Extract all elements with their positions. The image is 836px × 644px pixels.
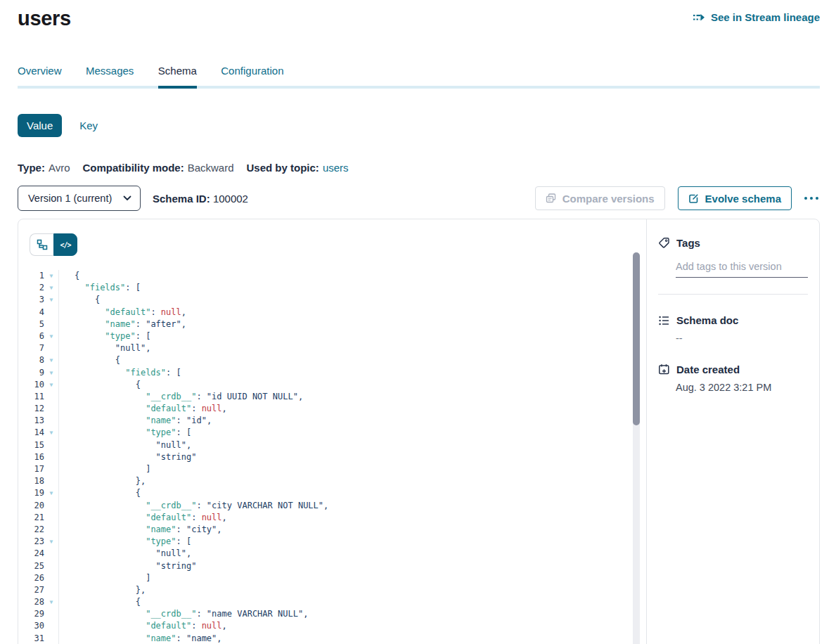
fold-spacer bbox=[44, 391, 59, 403]
line-number: 6 bbox=[18, 330, 44, 342]
fold-toggle-icon[interactable]: ▼ bbox=[44, 427, 59, 439]
fold-spacer bbox=[44, 307, 59, 318]
line-number: 16 bbox=[18, 451, 44, 463]
compare-versions-label: Compare versions bbox=[562, 193, 655, 205]
code-line: 10▼ { bbox=[18, 379, 646, 391]
code-text: ] bbox=[59, 572, 150, 584]
code-line: 24 "null", bbox=[18, 548, 646, 560]
code-line: 1▼{ bbox=[18, 270, 646, 282]
code-line: 2▼ "fields": [ bbox=[18, 282, 646, 294]
line-number: 20 bbox=[18, 500, 44, 512]
fold-spacer bbox=[44, 342, 59, 354]
value-key-toggle: Value Key bbox=[18, 114, 820, 137]
fold-toggle-icon[interactable]: ▼ bbox=[44, 379, 59, 391]
page: users See in Stream lineage Overview Mes… bbox=[0, 0, 836, 211]
code-line: 4 "default": null, bbox=[18, 307, 646, 318]
schema-id: Schema ID: 100002 bbox=[153, 193, 248, 205]
date-created-value: Aug. 3 2022 3:21 PM bbox=[676, 382, 808, 393]
schema-code-editor: </> 1▼{2▼ "fields": [3▼ {4 "default": nu… bbox=[18, 219, 646, 644]
fold-spacer bbox=[44, 560, 59, 572]
code-text: "name": "id", bbox=[59, 415, 212, 427]
tab-overview[interactable]: Overview bbox=[18, 65, 62, 86]
fold-spacer bbox=[44, 572, 59, 584]
fold-spacer bbox=[44, 584, 59, 596]
meta-compat-label: Compatibility mode: bbox=[82, 162, 184, 174]
tab-configuration[interactable]: Configuration bbox=[221, 65, 283, 86]
sidebar-divider bbox=[658, 294, 808, 295]
evolve-schema-button[interactable]: Evolve schema bbox=[678, 186, 792, 210]
code-line: 26 ] bbox=[18, 572, 646, 584]
code-line: 20 "__crdb__": "city VARCHAR NOT NULL", bbox=[18, 500, 646, 512]
page-header: users See in Stream lineage bbox=[18, 6, 820, 30]
fold-toggle-icon[interactable]: ▼ bbox=[44, 596, 59, 608]
tree-view-button[interactable] bbox=[30, 233, 53, 256]
tab-schema[interactable]: Schema bbox=[158, 65, 197, 86]
tags-section-header: Tags bbox=[658, 237, 808, 249]
key-toggle-button[interactable]: Key bbox=[79, 120, 98, 131]
code-line: 14▼ "type": [ bbox=[18, 427, 646, 439]
code-line: 12 "default": null, bbox=[18, 403, 646, 415]
editor-scrollbar-track[interactable] bbox=[633, 252, 640, 644]
code-text: "default": null, bbox=[59, 620, 227, 632]
code-text: "default": null, bbox=[59, 403, 227, 415]
meta-used-by-topic: Used by topic:users bbox=[247, 162, 349, 174]
line-number: 3 bbox=[18, 294, 44, 306]
fold-spacer bbox=[44, 620, 59, 632]
fold-toggle-icon[interactable]: ▼ bbox=[44, 282, 59, 294]
code-text: "type": [ bbox=[59, 536, 191, 548]
meta-topic-label: Used by topic: bbox=[247, 162, 319, 174]
evolve-schema-icon bbox=[688, 193, 699, 204]
line-number: 17 bbox=[18, 463, 44, 475]
fold-toggle-icon[interactable]: ▼ bbox=[44, 487, 59, 499]
line-number: 15 bbox=[18, 439, 44, 451]
line-number: 18 bbox=[18, 475, 44, 487]
fold-toggle-icon[interactable]: ▼ bbox=[44, 536, 59, 548]
meta-topic-link[interactable]: users bbox=[323, 162, 349, 174]
line-number: 4 bbox=[18, 307, 44, 318]
line-number: 31 bbox=[18, 633, 44, 644]
page-title: users bbox=[18, 7, 71, 30]
fold-toggle-icon[interactable]: ▼ bbox=[44, 270, 59, 282]
fold-toggle-icon[interactable]: ▼ bbox=[44, 294, 59, 306]
line-number: 22 bbox=[18, 524, 44, 536]
code-view-button[interactable]: </> bbox=[53, 233, 77, 256]
fold-toggle-icon[interactable]: ▼ bbox=[44, 330, 59, 342]
schema-doc-value: -- bbox=[676, 333, 808, 344]
schema-doc-section: Schema doc -- bbox=[658, 314, 808, 344]
compare-versions-icon bbox=[546, 193, 556, 203]
more-options-button[interactable] bbox=[803, 193, 820, 204]
code-view-icon: </> bbox=[60, 241, 70, 249]
fold-toggle-icon[interactable]: ▼ bbox=[44, 354, 59, 366]
line-number: 24 bbox=[18, 548, 44, 560]
editor-scrollbar-thumb[interactable] bbox=[633, 252, 640, 425]
line-number: 23 bbox=[18, 536, 44, 548]
tree-view-icon bbox=[37, 239, 48, 250]
code-text: "null", bbox=[59, 342, 150, 354]
ellipsis-icon bbox=[816, 197, 818, 200]
fold-spacer bbox=[44, 439, 59, 451]
code-text: }, bbox=[59, 584, 146, 596]
tag-icon bbox=[658, 237, 670, 249]
code-line: 7 "null", bbox=[18, 342, 646, 354]
value-toggle-button[interactable]: Value bbox=[18, 114, 62, 137]
schema-meta-row: Type:Avro Compatibility mode:Backward Us… bbox=[18, 162, 820, 174]
tab-messages[interactable]: Messages bbox=[86, 65, 134, 86]
code-text: "type": [ bbox=[59, 330, 150, 342]
code-text: "null", bbox=[59, 548, 191, 560]
compare-versions-button[interactable]: Compare versions bbox=[535, 186, 665, 210]
schema-id-value: 100002 bbox=[213, 193, 248, 205]
see-in-stream-lineage-link[interactable]: See in Stream lineage bbox=[693, 11, 820, 23]
line-number: 26 bbox=[18, 572, 44, 584]
fold-spacer bbox=[44, 524, 59, 536]
code-text: "default": null, bbox=[59, 307, 186, 318]
fold-spacer bbox=[44, 548, 59, 560]
fold-toggle-icon[interactable]: ▼ bbox=[44, 367, 59, 379]
ellipsis-icon bbox=[810, 197, 813, 200]
fold-spacer bbox=[44, 512, 59, 524]
code-line: 22 "name": "city", bbox=[18, 524, 646, 536]
code-line: 13 "name": "id", bbox=[18, 415, 646, 427]
add-tags-input[interactable] bbox=[676, 261, 808, 278]
line-number: 30 bbox=[18, 620, 44, 632]
meta-compatibility: Compatibility mode:Backward bbox=[82, 162, 233, 174]
version-select[interactable]: Version 1 (current) bbox=[18, 186, 141, 211]
